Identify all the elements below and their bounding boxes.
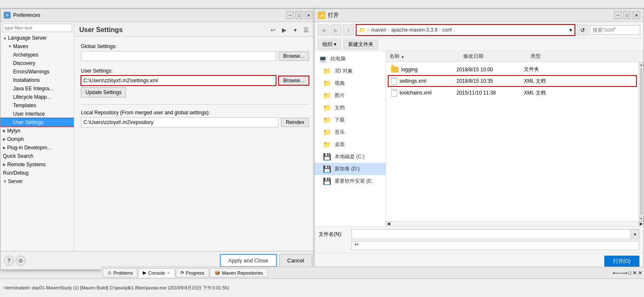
sidebar-item-archetypes[interactable]: Archetypes bbox=[0, 51, 74, 59]
sidebar-item-c-drive[interactable]: 💾 本地磁盘 (C:) bbox=[314, 151, 386, 163]
tab-bar-icons: ⟵⟶ □ ✕ ✕ bbox=[613, 270, 642, 276]
sidebar-item-discovery[interactable]: Discovery bbox=[0, 59, 74, 68]
settings-body: Global Settings: Browse... User Settings… bbox=[74, 37, 316, 251]
filename-input[interactable] bbox=[352, 230, 631, 238]
tab-progress[interactable]: ⟳ Progress bbox=[176, 268, 209, 277]
sidebar-item-remote-systems[interactable]: ▶ Remote Systems bbox=[0, 160, 74, 169]
sidebar-item-computer[interactable]: 💻 此电脑 bbox=[314, 53, 386, 65]
folder-logging-icon bbox=[391, 67, 399, 73]
col-modified[interactable]: 修改日期 bbox=[463, 53, 531, 60]
sidebar-item-java-ee[interactable]: Java EE Integra... bbox=[0, 84, 74, 93]
file-main: 名称 ▲ 修改日期 类型 logging bbox=[386, 51, 644, 226]
scrollbar-thumb[interactable] bbox=[640, 68, 643, 215]
info-button[interactable]: ⊙ bbox=[16, 256, 26, 266]
console-close-icon[interactable]: ✕ bbox=[167, 271, 170, 275]
file-list-scroll: logging 2018/8/15 10:00 文件夹 settings.xml… bbox=[386, 62, 644, 221]
sidebar-item-mylyn[interactable]: ▶ Mylyn bbox=[0, 127, 74, 135]
hscroll-left[interactable]: ◀ bbox=[386, 221, 391, 227]
back-button[interactable]: ◀ bbox=[318, 24, 329, 35]
history-button[interactable]: ▾ bbox=[290, 25, 300, 35]
help-button[interactable]: ? bbox=[4, 256, 14, 266]
forward-button[interactable]: ▶ bbox=[330, 24, 341, 35]
sidebar-item-desktop[interactable]: 📁 桌面 bbox=[314, 138, 386, 151]
sidebar-item-3d[interactable]: 📁 3D 对象 bbox=[314, 65, 386, 77]
sidebar-item-quick-search[interactable]: Quick Search bbox=[0, 152, 74, 160]
sidebar-item-docs[interactable]: 📁 文档 bbox=[314, 102, 386, 114]
scroll-up-arrow[interactable]: ▲ bbox=[639, 62, 644, 67]
sidebar-item-language-server[interactable]: ▲ Language Server bbox=[0, 34, 74, 42]
local-repo-row: Local Repository (From merged user and g… bbox=[81, 110, 309, 127]
tab-problems[interactable]: ⚠ Problems bbox=[103, 268, 137, 277]
sidebar-item-run-debug[interactable]: Run/Debug bbox=[0, 169, 74, 177]
tab-minimize-icon[interactable]: ⟵⟶ bbox=[613, 270, 627, 276]
close-button[interactable]: ✕ bbox=[305, 11, 312, 19]
file-row-logging[interactable]: logging 2018/8/15 10:00 文件夹 bbox=[388, 64, 637, 75]
cancel-button[interactable]: Cancel bbox=[279, 254, 312, 267]
file-row-settings[interactable]: settings.xml 2018/8/15 10:35 XML 文档 bbox=[388, 75, 637, 87]
sidebar-item-installations[interactable]: Installations bbox=[0, 76, 74, 84]
local-repo-input[interactable] bbox=[81, 117, 279, 127]
file-dialog-minimize[interactable]: ─ bbox=[614, 11, 622, 19]
folder-music-icon: 📁 bbox=[323, 128, 331, 136]
sidebar-item-video[interactable]: 📁 视频 bbox=[314, 77, 386, 89]
sidebar-item-errors-warnings[interactable]: Errors/Warnings bbox=[0, 68, 74, 76]
filter-input[interactable] bbox=[2, 24, 72, 32]
sidebar-item-server[interactable]: ▼ Server bbox=[0, 177, 74, 186]
address-bar[interactable]: 📁 « maven › apache-maven-3.3.9 › conf › … bbox=[356, 24, 575, 36]
folder-pictures-icon: 📁 bbox=[323, 92, 331, 100]
tab-restore-icon[interactable]: □ bbox=[628, 270, 631, 276]
filetype-input[interactable] bbox=[352, 241, 639, 250]
global-browse-button[interactable]: Browse... bbox=[279, 51, 309, 61]
disk-e-icon: 💾 bbox=[323, 177, 331, 185]
sidebar-item-music[interactable]: 📁 音乐 bbox=[314, 126, 386, 138]
forward-nav-button[interactable]: ▶ bbox=[279, 25, 289, 35]
global-settings-input[interactable] bbox=[81, 51, 276, 61]
file-row-toolchains[interactable]: toolchains.xml 2015/11/10 11:38 XML 文档 bbox=[388, 87, 637, 99]
vertical-scrollbar[interactable]: ▲ ▼ bbox=[639, 62, 644, 221]
col-size[interactable] bbox=[598, 53, 640, 60]
sidebar-item-lifecycle[interactable]: Lifecycle Mapp... bbox=[0, 93, 74, 101]
tab-close2-icon[interactable]: ✕ bbox=[638, 270, 642, 276]
sidebar-item-plugin-dev[interactable]: ▶ Plug-in Developm... bbox=[0, 143, 74, 152]
file-dialog-maximize[interactable]: □ bbox=[623, 11, 631, 19]
tab-maven-repos[interactable]: 📦 Maven Repositories bbox=[210, 268, 268, 277]
back-icon-button[interactable]: ↩ bbox=[268, 25, 278, 35]
sidebar-item-oomph[interactable]: ▶ Oomph bbox=[0, 135, 74, 143]
apply-and-close-button[interactable]: Apply and Close bbox=[220, 254, 277, 267]
address-segment-conf: conf bbox=[442, 27, 452, 33]
refresh-button[interactable]: ↺ bbox=[577, 24, 588, 35]
file-list-hscrollbar[interactable]: ◀ ▶ bbox=[386, 221, 644, 226]
col-name[interactable]: 名称 ▲ bbox=[389, 53, 463, 60]
maximize-button[interactable]: □ bbox=[295, 11, 303, 19]
sidebar-item-e-drive[interactable]: 💾 重要软件安装 (E: bbox=[314, 175, 386, 187]
file-dialog-close[interactable]: ✕ bbox=[633, 11, 640, 19]
sidebar-item-templates[interactable]: Templates bbox=[0, 101, 74, 110]
file-open-dialog: 📁 打开 ─ □ ✕ ◀ ▶ ↑ 📁 « maven › apache-mave… bbox=[314, 8, 644, 270]
scroll-down-arrow[interactable]: ▼ bbox=[639, 216, 644, 221]
user-browse-button[interactable]: Browse... bbox=[279, 76, 309, 85]
new-folder-button[interactable]: 新建文件夹 bbox=[343, 40, 378, 49]
update-settings-button[interactable]: Update Settings bbox=[81, 87, 126, 97]
sidebar-item-user-settings[interactable]: User Settings bbox=[0, 118, 74, 127]
tab-close-icon[interactable]: ✕ bbox=[633, 270, 637, 276]
expand-arrow: ▼ bbox=[8, 44, 12, 49]
menu-button[interactable]: ☰ bbox=[301, 25, 311, 35]
organize-button[interactable]: 组织 ▾ bbox=[318, 40, 341, 49]
sidebar-item-d-drive[interactable]: 💾 新加卷 (D:) bbox=[314, 163, 386, 175]
sidebar-item-user-interface[interactable]: User Interface bbox=[0, 110, 74, 118]
minimize-button[interactable]: ─ bbox=[286, 11, 294, 19]
sidebar-item-downloads[interactable]: 📁 下载 bbox=[314, 114, 386, 126]
hscroll-right[interactable]: ▶ bbox=[639, 221, 644, 227]
header-icons: ↩ ▶ ▾ ☰ bbox=[268, 25, 311, 35]
sidebar-item-pictures[interactable]: 📁 图片 bbox=[314, 89, 386, 102]
sidebar-item-maven[interactable]: ▼ Maven bbox=[0, 42, 74, 51]
user-settings-input[interactable] bbox=[81, 76, 276, 86]
reindex-button[interactable]: Reindex bbox=[281, 118, 309, 127]
search-input[interactable] bbox=[590, 25, 640, 35]
tab-console[interactable]: ▶ Console ✕ bbox=[138, 268, 174, 277]
filename-dropdown-button[interactable]: ▾ bbox=[631, 230, 639, 239]
col-type[interactable]: 类型 bbox=[531, 53, 598, 60]
open-button[interactable]: 打开(O) bbox=[604, 256, 639, 267]
address-dropdown-button[interactable]: ▾ bbox=[569, 27, 572, 33]
up-button[interactable]: ↑ bbox=[343, 24, 354, 35]
